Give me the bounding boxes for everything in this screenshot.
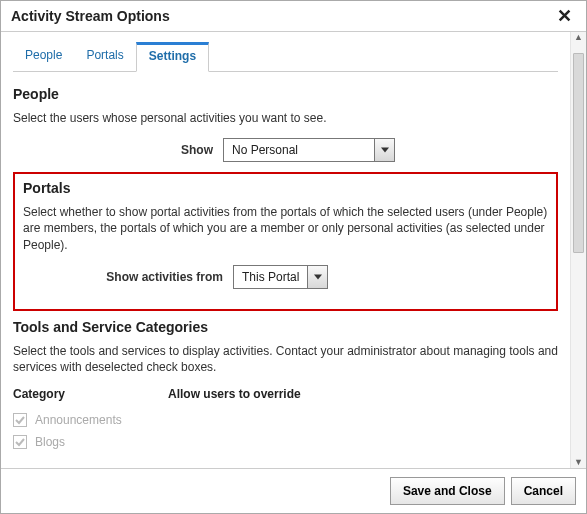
people-show-label: Show [13,143,223,157]
titlebar: Activity Stream Options ✕ [1,1,586,32]
portals-from-value: This Portal [234,266,307,288]
close-icon[interactable]: ✕ [553,7,576,25]
tab-settings[interactable]: Settings [136,42,209,72]
list-item: Announcements [13,409,558,431]
chevron-down-icon[interactable] [374,139,394,161]
portals-from-select[interactable]: This Portal [233,265,328,289]
col-override: Allow users to override [168,387,301,401]
chevron-down-icon[interactable] [307,266,327,288]
scroll-up-icon[interactable]: ▲ [574,32,583,43]
scroll-track[interactable] [571,43,586,457]
people-title: People [13,86,558,102]
category-label: Blogs [35,435,65,449]
portals-from-row: Show activities from This Portal [23,265,548,289]
activity-stream-options-dialog: Activity Stream Options ✕ People Portals… [0,0,587,514]
portals-title: Portals [23,180,548,196]
tab-people[interactable]: People [13,42,74,71]
content-wrap: People Portals Settings People Select th… [1,32,586,468]
portals-section: Portals Select whether to show portal ac… [13,172,558,311]
checkbox-icon [13,413,27,427]
portals-desc: Select whether to show portal activities… [23,204,548,253]
people-desc: Select the users whose personal activiti… [13,110,558,126]
people-show-value: No Personal [224,139,374,161]
checkbox-icon [13,435,27,449]
tools-title: Tools and Service Categories [13,319,558,335]
scroll-thumb[interactable] [573,53,584,253]
people-show-select[interactable]: No Personal [223,138,395,162]
content: People Portals Settings People Select th… [1,32,570,468]
people-section: People Select the users whose personal a… [13,86,558,162]
list-item: Blogs [13,431,558,453]
tab-portals[interactable]: Portals [74,42,135,71]
col-category: Category [13,387,168,401]
button-bar: Save and Close Cancel [1,468,586,513]
tools-columns-header: Category Allow users to override [13,387,558,401]
scroll-down-icon[interactable]: ▼ [574,457,583,468]
cancel-button[interactable]: Cancel [511,477,576,505]
tools-desc: Select the tools and services to display… [13,343,558,375]
category-label: Announcements [35,413,122,427]
scrollbar[interactable]: ▲ ▼ [570,32,586,468]
portals-from-label: Show activities from [23,270,233,284]
dialog-title: Activity Stream Options [11,8,170,24]
people-show-row: Show No Personal [13,138,558,162]
tools-section: Tools and Service Categories Select the … [13,319,558,453]
tabs: People Portals Settings [13,42,558,72]
save-and-close-button[interactable]: Save and Close [390,477,505,505]
